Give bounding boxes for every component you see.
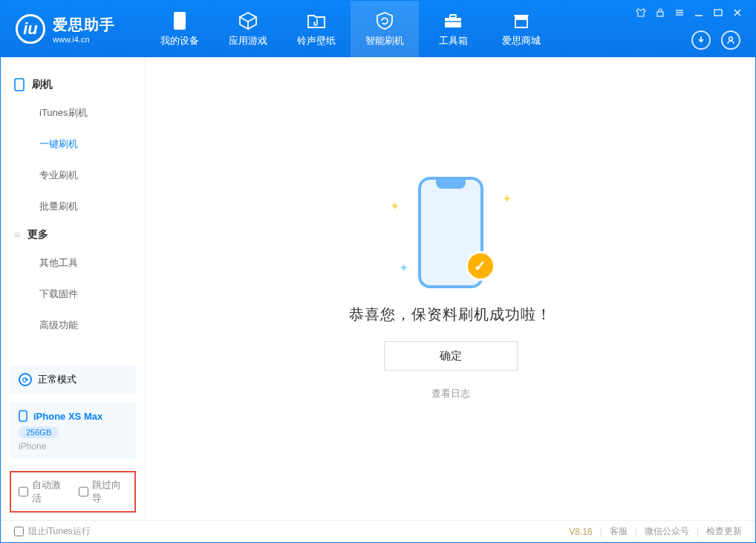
svg-point-13 [729, 37, 733, 41]
svg-rect-0 [174, 12, 186, 30]
view-log-link[interactable]: 查看日志 [431, 387, 470, 400]
app-subtitle: www.i4.cn [53, 35, 115, 44]
checkmark-badge-icon: ✓ [466, 251, 495, 281]
svg-rect-1 [445, 18, 461, 27]
phone-small-icon [19, 410, 27, 422]
sidebar-item-batch-flash[interactable]: 批量刷机 [1, 191, 145, 222]
checkbox-skip-guide[interactable]: 跳过向导 [79, 478, 127, 505]
list-icon: ≡ [14, 229, 20, 241]
phone-outline-icon [14, 78, 25, 91]
music-folder-icon [307, 10, 326, 31]
titlebar: iu 爱思助手 www.i4.cn 我的设备 应用游戏 铃声壁纸 智能刷机 [1, 1, 755, 57]
mode-card[interactable]: ⟳ 正常模式 [10, 365, 136, 394]
nav-tab-flash[interactable]: 智能刷机 [351, 1, 419, 57]
lock-icon[interactable] [654, 7, 666, 19]
checkbox-block-itunes[interactable]: 阻止iTunes运行 [14, 525, 91, 538]
toolbox-icon [443, 10, 463, 31]
ok-button[interactable]: 确定 [384, 341, 518, 371]
minimize-icon[interactable] [693, 7, 705, 19]
device-card[interactable]: iPhone XS Max 256GB iPhone [10, 403, 136, 459]
nav-tab-store[interactable]: 爱思商城 [487, 1, 555, 57]
device-name: iPhone XS Max [33, 411, 102, 422]
svg-rect-4 [515, 19, 527, 27]
app-title: 爱思助手 [53, 15, 115, 35]
flash-options-highlighted: 自动激活 跳过向导 [10, 471, 136, 513]
sidebar: 刷机 iTunes刷机 一键刷机 专业刷机 批量刷机 ≡ 更多 其他工具 下载固… [1, 57, 146, 520]
sidebar-item-onekey-flash[interactable]: 一键刷机 [1, 129, 145, 160]
sparkle-icon: ✦ [399, 261, 408, 275]
device-icon [173, 10, 186, 31]
nav-tab-apps[interactable]: 应用游戏 [214, 1, 282, 57]
sidebar-item-pro-flash[interactable]: 专业刷机 [1, 160, 145, 191]
logo-area: iu 爱思助手 www.i4.cn [1, 14, 146, 44]
nav-tab-device[interactable]: 我的设备 [146, 1, 214, 57]
shield-refresh-icon [375, 10, 394, 31]
svg-rect-15 [19, 411, 27, 421]
cube-icon [238, 10, 258, 31]
store-icon [512, 10, 531, 31]
download-icon[interactable] [691, 30, 711, 50]
svg-rect-14 [15, 79, 24, 91]
sparkle-icon: ✦ [390, 199, 400, 213]
mode-icon: ⟳ [19, 373, 32, 386]
main-content: ✦ ✦ ✦ ✓ 恭喜您，保资料刷机成功啦！ 确定 查看日志 [146, 57, 755, 520]
user-icon[interactable] [721, 30, 740, 50]
footer: 阻止iTunes运行 V8.16 | 客服 | 微信公众号 | 检查更新 [1, 520, 755, 542]
checkbox-auto-activate[interactable]: 自动激活 [19, 478, 67, 505]
nav-tabs: 我的设备 应用游戏 铃声壁纸 智能刷机 工具箱 爱思商城 [146, 1, 555, 57]
svg-rect-5 [657, 12, 663, 16]
close-icon[interactable] [731, 7, 743, 19]
nav-tab-toolbox[interactable]: 工具箱 [419, 1, 487, 57]
sparkle-icon: ✦ [502, 192, 512, 206]
app-window: iu 爱思助手 www.i4.cn 我的设备 应用游戏 铃声壁纸 智能刷机 [0, 0, 756, 543]
footer-link-support[interactable]: 客服 [610, 525, 628, 538]
footer-link-update[interactable]: 检查更新 [706, 525, 742, 538]
menu-icon[interactable] [674, 7, 685, 19]
user-controls [691, 30, 748, 57]
sidebar-item-other-tools[interactable]: 其他工具 [1, 247, 145, 279]
success-illustration: ✦ ✦ ✦ ✓ [384, 177, 518, 288]
device-type: iPhone [19, 441, 127, 452]
nav-tab-ringtones[interactable]: 铃声壁纸 [282, 1, 351, 57]
shirt-icon[interactable] [635, 7, 647, 19]
sidebar-item-itunes-flash[interactable]: iTunes刷机 [1, 97, 145, 129]
svg-rect-10 [714, 10, 722, 16]
version-label: V8.16 [569, 527, 592, 537]
logo-icon: iu [16, 14, 45, 44]
success-message: 恭喜您，保资料刷机成功啦！ [349, 305, 552, 325]
sidebar-item-advanced[interactable]: 高级功能 [1, 310, 145, 341]
svg-rect-2 [450, 15, 456, 18]
maximize-icon[interactable] [712, 7, 724, 19]
sidebar-section-flash: 刷机 [1, 72, 145, 97]
footer-link-wechat[interactable]: 微信公众号 [645, 525, 689, 538]
sidebar-section-more: ≡ 更多 [1, 222, 145, 247]
window-controls [635, 1, 748, 19]
body: 刷机 iTunes刷机 一键刷机 专业刷机 批量刷机 ≡ 更多 其他工具 下载固… [1, 57, 755, 520]
sidebar-item-download-firmware[interactable]: 下载固件 [1, 279, 145, 310]
device-storage: 256GB [19, 426, 59, 438]
